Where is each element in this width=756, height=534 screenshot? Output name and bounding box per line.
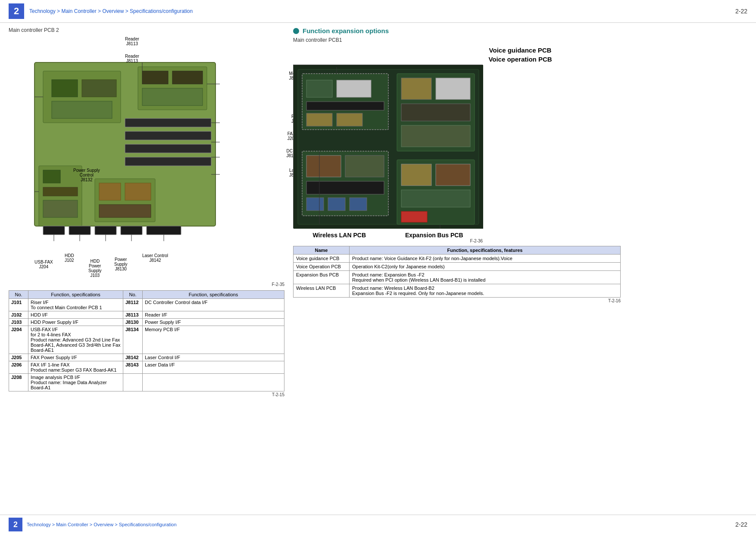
svg-rect-56 [306, 198, 324, 211]
cell-func: Power Supply I/F [143, 319, 284, 326]
svg-rect-19 [43, 187, 78, 196]
svg-rect-54 [345, 155, 384, 177]
col-no-2: No. [123, 291, 143, 299]
col-no-1: No. [9, 291, 28, 299]
cell-no: J8130 [123, 319, 143, 326]
page-footer: 2 Technology > Main Controller > Overvie… [0, 515, 756, 534]
hdd-power-label: HDDPowerSupplyJ103 [88, 259, 102, 278]
svg-rect-18 [43, 170, 60, 183]
svg-rect-24 [121, 226, 142, 235]
col-func-1: Function, specifications [28, 291, 123, 299]
cell-name: Expansion Bus PCB [294, 271, 350, 284]
table-row: J103 HDD Power Supply I/F J8130 Power Su… [9, 319, 284, 326]
table-ref-right: T-2-16 [293, 298, 621, 303]
cell-no: J103 [9, 319, 28, 326]
svg-rect-55 [306, 181, 384, 194]
svg-rect-20 [43, 200, 78, 217]
cell-func: Image analysis PCB I/FProduct name: Imag… [28, 374, 123, 391]
cell-no: J8112 [123, 299, 143, 311]
cell-func: Riser I/FTo connect Main Controller PCB … [28, 299, 123, 311]
main-content: Main controller PCB 2 ReaderJ8113 [0, 23, 756, 401]
svg-rect-7 [172, 71, 203, 84]
cell-func: HDD I/F [28, 311, 123, 319]
cell-func: Operation Kit-C2(only for Japanese model… [350, 263, 621, 271]
cell-no: J8142 [123, 354, 143, 361]
table-row: J102 HDD I/F J8113 Reader I/F [9, 311, 284, 319]
cell-name: Voice Operation PCB [294, 263, 350, 271]
usb-fax-label: USB-FAXJ204 [34, 260, 53, 269]
voice-label-2: Voice operation PCB [293, 56, 747, 63]
svg-rect-2 [52, 80, 78, 97]
expansion-bus-label: Expansion Bus PCB [405, 232, 463, 239]
table-row: Expansion Bus PCB Product name: Expansio… [294, 271, 621, 284]
right-table-body: Voice guidance PCB Product name: Voice G… [294, 255, 621, 298]
hdd-label: HDDJ102 [65, 253, 74, 263]
svg-rect-6 [142, 71, 168, 84]
table-row: Voice Operation PCB Operation Kit-C2(onl… [294, 263, 621, 271]
cell-func: Product name: Wireless LAN Board-B2Expan… [350, 284, 621, 298]
svg-rect-48 [401, 78, 431, 99]
cell-no: J206 [9, 361, 28, 374]
page-number-top: 2-22 [735, 8, 747, 15]
table-row: J206 FAX I/F 1-line FAXProduct name:Supe… [9, 361, 284, 374]
pcb1-title: Main controller PCB1 [293, 37, 747, 43]
pcb2-svg [9, 58, 267, 243]
cell-func [143, 374, 284, 391]
svg-rect-50 [401, 104, 470, 121]
svg-rect-62 [401, 190, 470, 207]
svg-rect-51 [401, 125, 470, 147]
svg-rect-23 [95, 226, 116, 235]
col-name: Name [294, 246, 350, 255]
svg-rect-57 [328, 198, 345, 211]
bottom-labels: Wireless LAN PCB Expansion Bus PCB [293, 232, 483, 239]
cell-no: J204 [9, 326, 28, 354]
svg-rect-25 [147, 226, 181, 235]
svg-rect-16 [99, 205, 151, 217]
cell-no [123, 374, 143, 391]
svg-rect-58 [350, 198, 367, 211]
svg-rect-21 [43, 226, 65, 235]
footer-breadcrumb: Technology > Main Controller > Overview … [27, 522, 177, 527]
left-table-body: J101 Riser I/FTo connect Main Controller… [9, 299, 284, 391]
cell-no: J8143 [123, 361, 143, 374]
pcb1-svg [294, 65, 483, 229]
chapter-number: 2 [9, 3, 24, 19]
cell-func: Product name: Expansion Bus -F2Required … [350, 271, 621, 284]
svg-rect-8 [142, 88, 203, 106]
table-row: Wireless LAN PCB Product name: Wireless … [294, 284, 621, 298]
cell-func: Reader I/F [143, 311, 284, 319]
cell-no: J102 [9, 311, 28, 319]
svg-rect-14 [99, 183, 121, 200]
table-row: J204 USB-FAX I/Ffor 2 to 4-lines FAXProd… [9, 326, 284, 354]
svg-rect-43 [337, 80, 371, 97]
cell-no: J8113 [123, 311, 143, 319]
section-title-text: Function expansion options [303, 27, 389, 34]
figure-ref-right: F-2-36 [293, 239, 483, 243]
section-dot-icon [293, 28, 299, 34]
svg-rect-46 [337, 113, 362, 126]
table-row: J208 Image analysis PCB I/FProduct name:… [9, 374, 284, 391]
table-row: J101 Riser I/FTo connect Main Controller… [9, 299, 284, 311]
svg-rect-53 [306, 155, 341, 177]
reader-label: ReaderJ8113 [125, 37, 139, 46]
cell-func: FAX Power Supply I/F [28, 354, 123, 361]
figure-ref-left: F-2-35 [9, 282, 284, 287]
svg-rect-22 [69, 226, 91, 235]
footer-page-number: 2-22 [735, 521, 747, 528]
col-func-spec: Function, specifications, features [350, 246, 621, 255]
table-ref-left: T-2-15 [9, 392, 284, 397]
svg-rect-45 [306, 113, 332, 126]
svg-rect-42 [306, 80, 332, 97]
cell-func: HDD Power Supply I/F [28, 319, 123, 326]
svg-rect-10 [125, 131, 211, 140]
cell-func: Laser Data I/F [143, 361, 284, 374]
cell-func: Laser Control I/F [143, 354, 284, 361]
svg-rect-63 [401, 211, 427, 222]
svg-rect-9 [125, 118, 211, 127]
col-func-2: Function, specifications [143, 291, 284, 299]
breadcrumb: Technology > Main Controller > Overview … [29, 8, 193, 14]
table-row: J205 FAX Power Supply I/F J8142 Laser Co… [9, 354, 284, 361]
svg-rect-60 [401, 164, 431, 186]
right-table: Name Function, specifications, features … [293, 246, 621, 298]
cell-func: Memory PCB I/F [143, 326, 284, 354]
